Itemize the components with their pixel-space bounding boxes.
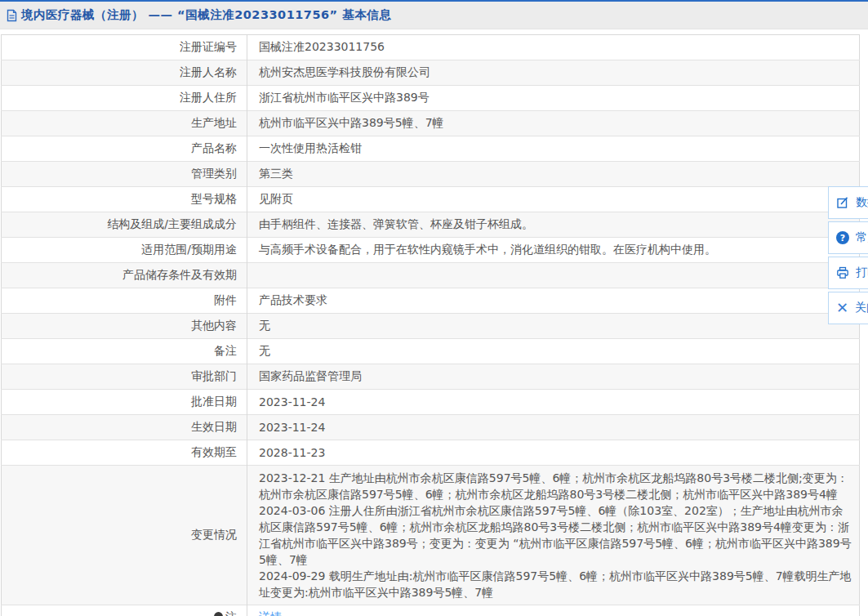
menu-item-close[interactable]: ✕关闭 bbox=[828, 292, 868, 324]
row-label: 注册证编号 bbox=[2, 35, 247, 60]
row-label: 产品名称 bbox=[2, 136, 247, 162]
row-label: 审批部门 bbox=[2, 364, 247, 390]
row-value: 无 bbox=[247, 314, 860, 339]
row-value: 产品技术要求 bbox=[247, 288, 860, 314]
menu-item-question[interactable]: ?常见 bbox=[828, 221, 868, 254]
row-label: 批准日期 bbox=[2, 390, 247, 415]
table-row: 结构及组成/主要组成成分由手柄组件、连接器、弹簧软管、杯座及钳子杯组成。 bbox=[2, 212, 860, 238]
row-label: 注册人名称 bbox=[2, 60, 247, 86]
registration-table: 注册证编号国械注准20233011756注册人名称杭州安杰思医学科技股份有限公司… bbox=[1, 34, 860, 616]
row-value: 国家药品监督管理局 bbox=[247, 364, 860, 390]
row-label: 生产地址 bbox=[2, 111, 247, 136]
row-label: 备注 bbox=[2, 339, 247, 364]
floating-action-menu: 数据?常见打印✕关闭 bbox=[828, 186, 868, 324]
change-paragraph: 2024-03-06 注册人住所由浙江省杭州市余杭区康信路597号5幢、6幢（除… bbox=[259, 502, 852, 568]
table-row: 注册人名称杭州安杰思医学科技股份有限公司 bbox=[2, 60, 860, 86]
table-row: 产品名称一次性使用热活检钳 bbox=[2, 136, 860, 162]
row-value: 第三类 bbox=[247, 162, 860, 187]
menu-item-label: 打印 bbox=[856, 266, 868, 280]
table-row: 适用范围/预期用途与高频手术设备配合，用于在软性内窥镜手术中，消化道组织的钳取。… bbox=[2, 238, 860, 263]
table-row: 注册人住所浙江省杭州市临平区兴中路389号 bbox=[2, 86, 860, 111]
row-value: 国械注准20233011756 bbox=[247, 35, 860, 60]
table-row: 批准日期2023-11-24 bbox=[2, 390, 860, 415]
row-label: 产品储存条件及有效期 bbox=[2, 263, 247, 288]
table-row: 变更情况2023-12-21 生产地址由杭州市余杭区康信路597号5幢、6幢；杭… bbox=[2, 466, 860, 605]
balloon-icon bbox=[214, 612, 223, 616]
row-value bbox=[247, 263, 860, 288]
table-row: 有效期至2028-11-23 bbox=[2, 440, 860, 466]
change-paragraph: 2024-09-29 载明生产地址由:杭州市临平区康信路597号5幢、6幢；杭州… bbox=[259, 568, 852, 600]
table-row: 附件产品技术要求 bbox=[2, 288, 860, 314]
row-value: 由手柄组件、连接器、弹簧软管、杯座及钳子杯组成。 bbox=[247, 212, 860, 238]
registration-table-body: 注册证编号国械注准20233011756注册人名称杭州安杰思医学科技股份有限公司… bbox=[2, 35, 860, 616]
row-value: 杭州市临平区兴中路389号5幢、7幢 bbox=[247, 111, 860, 136]
row-value: 2023-11-24 bbox=[247, 415, 860, 440]
row-value: 浙江省杭州市临平区兴中路389号 bbox=[247, 86, 860, 111]
menu-item-edit[interactable]: 数据 bbox=[828, 186, 868, 219]
row-value: 2023-11-24 bbox=[247, 390, 860, 415]
question-icon: ? bbox=[836, 231, 849, 244]
table-row: 备注无 bbox=[2, 339, 860, 364]
row-label: 其他内容 bbox=[2, 314, 247, 339]
table-row: 产品储存条件及有效期 bbox=[2, 263, 860, 288]
row-value: 一次性使用热活检钳 bbox=[247, 136, 860, 162]
table-row: 注册证编号国械注准20233011756 bbox=[2, 35, 860, 60]
row-label: 适用范围/预期用途 bbox=[2, 238, 247, 263]
row-label: 有效期至 bbox=[2, 440, 247, 466]
page-header: 境内医疗器械（注册） —— “国械注准20233011756” 基本信息 bbox=[0, 2, 868, 29]
table-row: 审批部门国家药品监督管理局 bbox=[2, 364, 860, 390]
menu-item-label: 常见 bbox=[856, 230, 868, 245]
row-value: 2028-11-23 bbox=[247, 440, 860, 466]
detail-link[interactable]: 详情 bbox=[259, 610, 282, 616]
row-label: 型号规格 bbox=[2, 187, 247, 212]
menu-item-label: 数据 bbox=[856, 195, 868, 210]
menu-item-printer[interactable]: 打印 bbox=[828, 257, 868, 289]
row-label: 附件 bbox=[2, 288, 247, 314]
row-value: 杭州安杰思医学科技股份有限公司 bbox=[247, 60, 860, 86]
row-label: 管理类别 bbox=[2, 162, 247, 187]
edit-icon bbox=[836, 196, 849, 209]
table-row: 型号规格见附页 bbox=[2, 187, 860, 212]
printer-icon bbox=[836, 266, 849, 279]
document-icon bbox=[6, 9, 18, 22]
table-row: 其他内容无 bbox=[2, 314, 860, 339]
table-row: 生效日期2023-11-24 bbox=[2, 415, 860, 440]
change-paragraph: 2023-12-21 生产地址由杭州市余杭区康信路597号5幢、6幢；杭州市余杭… bbox=[259, 470, 852, 502]
row-value: 与高频手术设备配合，用于在软性内窥镜手术中，消化道组织的钳取。在医疗机构中使用。 bbox=[247, 238, 860, 263]
row-label: 生效日期 bbox=[2, 415, 247, 440]
row-value: 无 bbox=[247, 339, 860, 364]
row-value: 2023-12-21 生产地址由杭州市余杭区康信路597号5幢、6幢；杭州市余杭… bbox=[247, 466, 860, 605]
row-value: 见附页 bbox=[247, 187, 860, 212]
row-value: 详情 bbox=[247, 605, 860, 616]
row-label: 注 bbox=[2, 605, 247, 616]
table-row: 生产地址杭州市临平区兴中路389号5幢、7幢 bbox=[2, 111, 860, 136]
row-label: 注册人住所 bbox=[2, 86, 247, 111]
page-title: 境内医疗器械（注册） —— “国械注准20233011756” 基本信息 bbox=[21, 7, 391, 23]
row-label: 变更情况 bbox=[2, 466, 247, 605]
menu-item-label: 关闭 bbox=[855, 301, 868, 315]
close-icon: ✕ bbox=[836, 301, 848, 315]
table-row: 注详情 bbox=[2, 605, 860, 616]
row-label: 结构及组成/主要组成成分 bbox=[2, 212, 247, 238]
table-row: 管理类别第三类 bbox=[2, 162, 860, 187]
